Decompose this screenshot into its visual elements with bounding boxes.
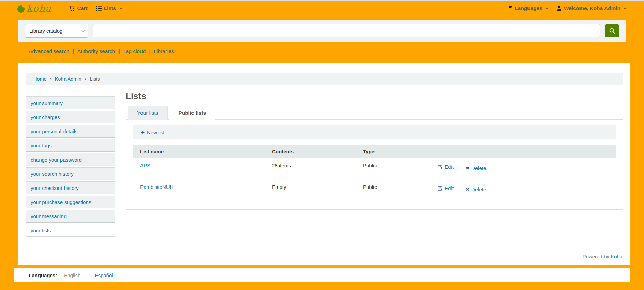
list-contents-cell: Empty xyxy=(264,180,356,201)
table-row: APS 28 items Public xyxy=(133,158,616,180)
languages-footer-label: Languages: xyxy=(29,272,57,278)
new-list-button[interactable]: ✚ New list xyxy=(141,129,164,135)
list-toolbar: ✚ New list xyxy=(133,125,616,139)
sidebar-item-change-your-password[interactable]: change your password xyxy=(26,153,115,166)
delete-icon: ✖ xyxy=(466,166,469,171)
language-english: English xyxy=(64,272,80,278)
delete-button[interactable]: ✖ Delete xyxy=(466,165,486,171)
libraries-link[interactable]: Libraries xyxy=(154,48,174,54)
main-container: Home › Koha Admin › Lists your summary y… xyxy=(18,63,630,265)
edit-button[interactable]: Edit xyxy=(437,185,454,191)
sidebar-item-label: your search history xyxy=(31,171,74,177)
breadcrumb-home-link[interactable]: Home xyxy=(33,76,47,82)
user-icon xyxy=(557,6,562,11)
delete-label: Delete xyxy=(471,186,486,192)
sidebar-item-your-lists[interactable]: your lists xyxy=(26,224,115,237)
quick-links: Advanced search|Authority search|Tag clo… xyxy=(29,47,644,55)
lists-menu-button[interactable]: Lists xyxy=(96,5,122,11)
language-footer: Languages: English Español xyxy=(14,268,630,282)
user-menu-button[interactable]: Welcome, Koha Admin xyxy=(557,5,626,11)
breadcrumb-separator-icon: › xyxy=(50,76,52,82)
search-type-value: Library catalog xyxy=(29,28,62,34)
breadcrumb-user-link[interactable]: Koha Admin xyxy=(55,76,81,82)
sidebar-item-label: your personal details xyxy=(31,128,77,134)
tab-public-lists[interactable]: Public lists xyxy=(169,106,215,120)
sidebar-item-your-tags[interactable]: your tags xyxy=(26,139,115,152)
cart-icon xyxy=(69,6,75,11)
sidebar-item-label: your messaging xyxy=(31,213,67,219)
sidebar-item-your-personal-details[interactable]: your personal details xyxy=(26,125,115,138)
search-button[interactable] xyxy=(605,24,619,37)
cart-button[interactable]: Cart xyxy=(69,5,88,11)
plus-icon: ✚ xyxy=(141,130,145,135)
koha-leaf-icon xyxy=(17,3,26,13)
breadcrumb-current: Lists xyxy=(90,76,100,82)
sidebar-item-label: your purchase suggestions xyxy=(31,199,91,205)
sidebar-item-label: your tags xyxy=(31,143,52,148)
sidebar-item-label: your charges xyxy=(31,114,60,120)
list-contents-cell: 28 items xyxy=(264,158,356,180)
sidebar-item-your-messaging[interactable]: your messaging xyxy=(26,210,115,223)
search-bar-region: Library catalog xyxy=(18,20,626,42)
col-header-contents: Contents xyxy=(264,145,356,158)
edit-button[interactable]: Edit xyxy=(437,164,454,170)
sidebar-item-your-charges[interactable]: your charges xyxy=(26,111,115,123)
magnifier-icon xyxy=(609,28,615,34)
powered-by: Powered by Koha xyxy=(583,254,622,259)
languages-menu-button[interactable]: Languages xyxy=(507,5,548,11)
cart-label: Cart xyxy=(77,5,88,11)
table-row: PambisitoNUH Empty Public xyxy=(133,180,616,201)
col-header-list-name: List name xyxy=(133,145,264,158)
languages-label: Languages xyxy=(515,5,542,11)
col-header-actions xyxy=(430,145,616,158)
navbar-left: koha Cart Lists xyxy=(17,3,122,14)
search-type-select[interactable]: Library catalog xyxy=(25,24,88,38)
list-type-cell: Public xyxy=(356,158,430,180)
chevron-down-icon xyxy=(120,8,122,9)
powered-by-text: Powered by xyxy=(583,254,609,259)
edit-label: Edit xyxy=(445,185,454,191)
delete-label: Delete xyxy=(471,165,486,171)
tabs: Your lists Public lists xyxy=(128,106,623,120)
breadcrumb-separator-icon: › xyxy=(85,76,86,82)
welcome-label: Welcome, Koha Admin xyxy=(564,5,620,11)
link-separator: | xyxy=(119,48,120,54)
delete-icon: ✖ xyxy=(466,187,469,192)
tab-panel: ✚ New list List name Contents Type xyxy=(126,119,623,210)
lists-content: Lists Your lists Public lists ✚ New list xyxy=(126,91,623,245)
sidebar-item-your-purchase-suggestions[interactable]: your purchase suggestions xyxy=(26,196,115,208)
sidebar-item-your-summary[interactable]: your summary xyxy=(26,96,115,109)
koha-logo[interactable]: koha xyxy=(17,3,51,14)
chevron-down-icon xyxy=(546,8,548,9)
tag-cloud-link[interactable]: Tag cloud xyxy=(123,48,146,54)
list-name-link[interactable]: APS xyxy=(140,163,150,168)
breadcrumb: Home › Koha Admin › Lists xyxy=(26,73,623,85)
table-header-row: List name Contents Type xyxy=(133,145,616,158)
tab-your-lists[interactable]: Your lists xyxy=(128,106,168,120)
koha-logo-text: koha xyxy=(27,3,51,14)
lists-table: List name Contents Type APS 28 items Pub… xyxy=(133,145,616,201)
navbar-right: Languages Welcome, Koha Admin xyxy=(499,5,626,11)
authority-search-link[interactable]: Authority search xyxy=(77,48,115,54)
sidebar-item-label: your lists xyxy=(31,228,51,233)
sidebar-spacer xyxy=(26,238,115,245)
link-separator: | xyxy=(149,48,150,54)
sidebar-item-label: your checkout history xyxy=(31,185,79,191)
koha-link[interactable]: Koha xyxy=(611,254,622,259)
lists-label: Lists xyxy=(104,5,116,11)
flag-icon xyxy=(507,6,512,11)
content-row: your summary your charges your personal … xyxy=(26,91,623,245)
search-input[interactable] xyxy=(93,24,600,37)
edit-icon xyxy=(437,164,443,170)
sidebar-item-label: change your password xyxy=(31,157,82,163)
language-espanol[interactable]: Español xyxy=(95,272,113,278)
list-type-cell: Public xyxy=(356,180,430,201)
sidebar-item-your-checkout-history[interactable]: your checkout history xyxy=(26,181,115,194)
sidebar-item-label: your summary xyxy=(31,100,63,106)
top-navbar: koha Cart Lists xyxy=(0,1,644,16)
advanced-search-link[interactable]: Advanced search xyxy=(29,48,69,54)
delete-button[interactable]: ✖ Delete xyxy=(466,186,486,192)
sidebar-item-your-search-history[interactable]: your search history xyxy=(26,167,115,180)
link-separator: | xyxy=(73,48,74,54)
list-name-link[interactable]: PambisitoNUH xyxy=(140,184,173,190)
